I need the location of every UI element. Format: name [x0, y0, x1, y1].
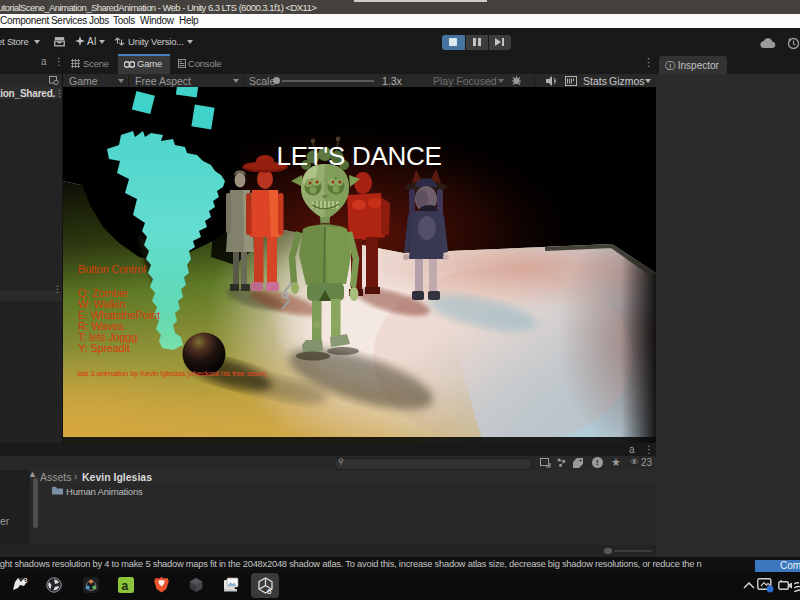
svg-text:LET'S DANCE: LET'S DANCE — [277, 141, 442, 171]
svg-text:6: 6 — [267, 587, 272, 595]
svg-text:last 3 animation by Kevin Igle: last 3 animation by Kevin Iglesias (chec… — [77, 369, 267, 378]
svg-text:a: a — [122, 579, 129, 593]
svg-text:8: 8 — [23, 576, 28, 585]
svg-text:Button Control: Button Control — [78, 263, 146, 275]
svg-text:Y: Spreadit: Y: Spreadit — [78, 342, 130, 354]
